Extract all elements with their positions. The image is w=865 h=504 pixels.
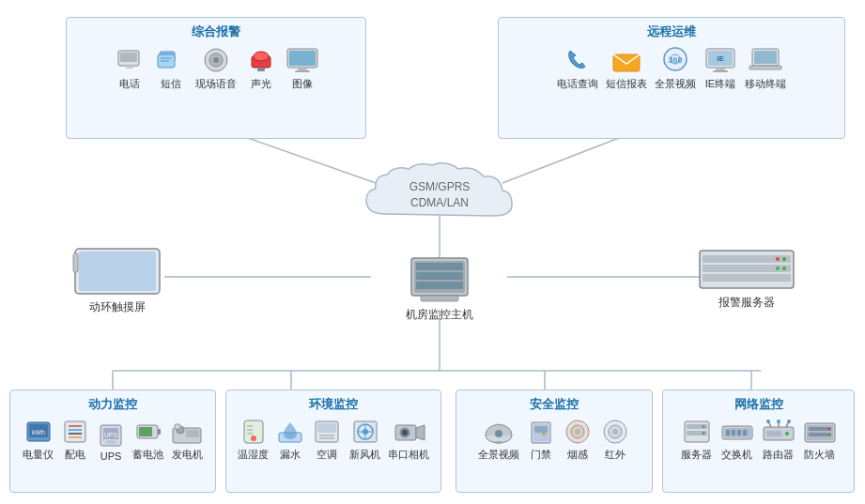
env-icons: 温湿度 漏水 空调 (226, 419, 440, 467)
env-camera-label: 串口相机 (388, 448, 429, 462)
alarm-phone-label: 电话 (119, 77, 140, 91)
svg-point-21 (213, 57, 219, 63)
alarm-icon (244, 46, 278, 74)
power-ups: UPS UPS (97, 421, 125, 462)
power-ups-label: UPS (100, 451, 122, 462)
svg-point-83 (251, 435, 256, 441)
svg-text:IE: IE (717, 54, 724, 63)
env-box: 环境监控 温湿度 漏水 (225, 389, 441, 493)
network-router: 路由器 (762, 419, 795, 462)
sms-icon (154, 46, 188, 74)
ups-icon: UPS (97, 421, 125, 448)
svg-rect-118 (726, 430, 730, 435)
svg-point-96 (402, 430, 408, 435)
alarm-icons: 电话 短信 (67, 46, 365, 97)
env-temp: 温湿度 (238, 419, 269, 462)
remote-icons: 电话查询 短信报表 360 (499, 46, 844, 97)
remote-box: 远程运维 电话查询 短信报表 (498, 17, 845, 139)
electric-icon (61, 419, 89, 445)
touch-screen: 动环触摸屏 (56, 246, 178, 321)
monitor-icon (286, 46, 319, 74)
env-fan: 新风机 (349, 419, 380, 462)
svg-text:UPS: UPS (104, 432, 118, 438)
security-box: 安全监控 全景视频 门禁 (456, 389, 653, 493)
svg-rect-129 (766, 431, 781, 436)
alarm-phone: 电话 (113, 46, 147, 91)
network-icons: 服务器 交换机 (663, 419, 854, 467)
svg-point-23 (254, 52, 269, 61)
svg-point-126 (766, 420, 770, 423)
svg-rect-45 (416, 263, 463, 270)
svg-point-56 (776, 257, 780, 261)
alarm-sms: 短信 (154, 46, 188, 91)
svg-point-130 (785, 432, 789, 435)
svg-rect-24 (257, 68, 265, 71)
laptop-icon (749, 46, 782, 74)
svg-rect-86 (317, 423, 336, 433)
network-switch-label: 交换机 (721, 448, 752, 462)
ac-icon (312, 419, 342, 445)
remote-email-label: 短信报表 (606, 77, 647, 91)
network-server: 服务器 (681, 419, 713, 462)
router-icon (762, 419, 795, 445)
infrared-icon (600, 419, 630, 445)
remote-email: 短信报表 (606, 46, 647, 91)
switch-icon (720, 419, 754, 445)
remote-360: 360 全景视频 (655, 46, 696, 91)
network-box: 网络监控 服务器 (662, 389, 855, 493)
cloud-container: GSM/GPRS CDMA/LAN (348, 158, 532, 223)
svg-rect-100 (496, 441, 502, 444)
email-icon (610, 46, 643, 74)
computer-icon: IE (703, 46, 737, 74)
camera-icon (393, 419, 425, 445)
security-smoke: 烟感 (563, 419, 593, 462)
security-dome-label: 全景视频 (478, 448, 519, 462)
meter-icon: kWh (24, 419, 53, 445)
network-switch: 交换机 (720, 419, 754, 462)
svg-rect-28 (295, 70, 310, 72)
svg-rect-120 (737, 430, 741, 435)
network-title: 网络监控 (663, 390, 854, 413)
touch-screen-icon (70, 246, 164, 298)
door-icon (527, 419, 555, 445)
svg-point-58 (776, 267, 780, 270)
fan-icon (350, 419, 380, 445)
power-meter: kWh 电量仪 (23, 419, 54, 462)
svg-rect-50 (79, 252, 156, 291)
alarm-voice-label: 现场语音 (195, 77, 237, 91)
env-camera: 串口相机 (388, 419, 429, 462)
server-icon (681, 419, 713, 445)
power-generator: 发电机 (171, 419, 203, 462)
network-firewall-label: 防火墙 (804, 448, 835, 462)
env-title: 环境监控 (226, 390, 440, 413)
power-battery-label: 蓄电池 (132, 448, 163, 462)
svg-rect-51 (73, 253, 78, 272)
security-door: 门禁 (527, 419, 555, 462)
power-box: 动力监控 kWh 电量仪 配电 (9, 389, 216, 493)
cloud-shape: GSM/GPRS CDMA/LAN (348, 158, 532, 223)
main-host: 机房监控主机 (376, 253, 503, 328)
svg-rect-74 (139, 427, 152, 436)
temp-icon (239, 419, 268, 445)
svg-rect-40 (749, 66, 781, 69)
svg-rect-77 (186, 430, 199, 437)
remote-mobile: 移动终端 (745, 46, 786, 91)
svg-rect-36 (716, 68, 725, 70)
env-temp-label: 温湿度 (238, 448, 269, 462)
svg-text:kWh: kWh (32, 429, 45, 435)
alarm-light-label: 声光 (251, 77, 271, 91)
svg-rect-48 (421, 296, 458, 301)
env-ac-label: 空调 (317, 448, 337, 462)
remote-phone: 电话查询 (557, 46, 598, 91)
alarm-voice: 现场语音 (195, 46, 237, 91)
smoke-icon (563, 419, 593, 445)
water-icon (276, 419, 304, 445)
svg-rect-47 (416, 282, 463, 289)
remote-ie-label: IE终端 (705, 77, 735, 91)
svg-rect-39 (754, 51, 777, 64)
svg-rect-12 (120, 53, 137, 62)
phone-query-icon (561, 46, 595, 74)
svg-point-136 (827, 434, 830, 436)
generator-icon (171, 419, 203, 445)
svg-rect-63 (65, 421, 85, 442)
